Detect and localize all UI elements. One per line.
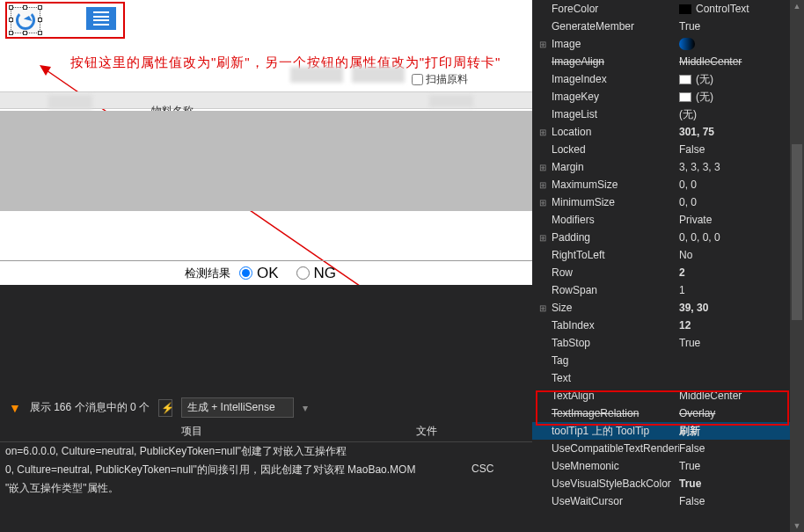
lightning-icon[interactable]: ⚡ [158, 399, 172, 417]
prop-value[interactable]: Private [679, 214, 804, 226]
property-row[interactable]: TabIndex12 [532, 317, 804, 334]
output-panel: ▼ 展示 166 个消息中的 0 个 ⚡ 生成 + IntelliSense ▾… [0, 285, 532, 532]
col-file[interactable]: 文件 [383, 424, 471, 439]
property-row[interactable]: Text [532, 369, 804, 387]
property-row[interactable]: ModifiersPrivate [532, 211, 804, 229]
property-row[interactable]: RowSpan1 [532, 281, 804, 299]
property-row[interactable]: ImageKey(无) [532, 88, 804, 106]
property-row[interactable]: ⊞Margin3, 3, 3, 3 [532, 158, 804, 176]
scroll-thumb[interactable] [792, 144, 802, 320]
prop-value[interactable]: False [679, 495, 804, 507]
col-project[interactable]: 项目 [0, 424, 383, 439]
message-filter: ▼ 展示 166 个消息中的 0 个 ⚡ 生成 + IntelliSense ▾ [9, 397, 528, 418]
property-row[interactable]: GenerateMemberTrue [532, 18, 804, 35]
expand-icon[interactable]: ⊞ [539, 303, 552, 313]
property-row[interactable]: ⊞Image [532, 35, 804, 53]
property-row[interactable]: toolTip1 上的 ToolTip刷新 [532, 422, 804, 440]
properties-list[interactable]: ForeColorControlTextGenerateMemberTrue⊞I… [532, 0, 804, 514]
prop-value[interactable]: True [679, 20, 804, 33]
property-row[interactable]: TextImageRelationOverlay [532, 404, 804, 422]
prop-value[interactable]: 0, 0, 0, 0 [679, 231, 804, 244]
prop-name: RowSpan [552, 284, 679, 296]
expand-icon[interactable]: ⊞ [539, 180, 552, 190]
prop-name: Modifiers [552, 214, 679, 226]
property-row[interactable]: ForeColorControlText [532, 0, 804, 18]
prop-value[interactable]: 39, 30 [679, 302, 804, 314]
prop-value[interactable]: (无) [679, 107, 804, 122]
prop-value[interactable]: ControlText [679, 3, 804, 15]
prop-value[interactable]: (无) [679, 90, 804, 105]
prop-value[interactable]: 1 [679, 284, 804, 296]
refresh-icon [16, 11, 35, 30]
table-row[interactable]: on=6.0.0.0, Culture=neutral, PublicKeyTo… [0, 442, 532, 461]
property-row[interactable]: VisibleTrue [532, 510, 804, 514]
output-table: 项目 文件 on=6.0.0.0, Culture=neutral, Publi… [0, 421, 532, 498]
property-row[interactable]: UseMnemonicTrue [532, 457, 804, 475]
prop-value[interactable]: True [679, 337, 804, 349]
designer-surface[interactable]: 按钮这里的属性值改为"刷新"，另一个按钮的属性值改为"打印周转卡" 扫描原料 物… [0, 0, 532, 532]
property-row[interactable]: ⊞MaximumSize0, 0 [532, 176, 804, 193]
prop-value[interactable]: MiddleCenter [679, 390, 804, 402]
prop-name: Image [552, 38, 679, 50]
prop-name: Text [552, 372, 679, 384]
expand-icon[interactable]: ⊞ [539, 163, 552, 172]
list-button[interactable] [86, 7, 116, 30]
prop-value[interactable]: True [679, 460, 804, 472]
property-row[interactable]: UseCompatibleTextRenderingFalse [532, 440, 804, 457]
property-row[interactable]: ImageList(无) [532, 106, 804, 123]
prop-name: Location [552, 126, 679, 138]
prop-value[interactable]: (无) [679, 72, 804, 87]
prop-name: UseWaitCursor [552, 495, 679, 507]
expand-icon[interactable]: ⊞ [539, 198, 552, 208]
prop-value[interactable]: 0, 0 [679, 196, 804, 208]
property-row[interactable]: ImageIndex(无) [532, 70, 804, 88]
refresh-button-selected[interactable] [11, 7, 40, 33]
prop-name: GenerateMember [552, 20, 679, 33]
property-row[interactable]: TabStopTrue [532, 334, 804, 352]
expand-icon[interactable]: ⊞ [539, 233, 552, 243]
property-row[interactable]: TextAlignMiddleCenter [532, 387, 804, 404]
prop-value[interactable]: MiddleCenter [679, 55, 804, 68]
radio-ok[interactable]: OK [239, 265, 279, 282]
prop-value[interactable]: 0, 0 [679, 179, 804, 191]
prop-value[interactable]: 3, 3, 3, 3 [679, 161, 804, 173]
property-row[interactable]: UseVisualStyleBackColorTrue [532, 475, 804, 492]
prop-value[interactable]: 刷新 [679, 424, 804, 439]
property-row[interactable]: LockedFalse [532, 141, 804, 158]
result-label: 检测结果 [185, 266, 230, 281]
prop-value[interactable]: 301, 75 [679, 126, 804, 138]
prop-value[interactable]: Overlay [679, 407, 804, 419]
prop-value[interactable]: False [679, 442, 804, 455]
scroll-down-icon[interactable]: ▼ [792, 520, 803, 532]
prop-name: ImageList [552, 108, 679, 120]
property-row[interactable]: Row2 [532, 264, 804, 281]
property-row[interactable]: RightToLeftNo [532, 246, 804, 264]
prop-value[interactable]: True [679, 477, 804, 490]
prop-value[interactable]: 12 [679, 319, 804, 332]
table-row[interactable]: 0, Culture=neutral, PublicKeyToken=null"… [0, 461, 532, 479]
property-row[interactable]: ImageAlignMiddleCenter [532, 53, 804, 70]
prop-name: TabStop [552, 337, 679, 349]
prop-value[interactable]: True [679, 513, 804, 514]
expand-icon[interactable]: ⊞ [539, 40, 552, 49]
property-row[interactable]: ⊞Padding0, 0, 0, 0 [532, 229, 804, 246]
scroll-up-icon[interactable]: ▲ [792, 0, 803, 12]
prop-name: UseCompatibleTextRendering [552, 442, 679, 455]
prop-value[interactable]: No [679, 249, 804, 261]
expand-icon[interactable]: ⊞ [539, 128, 552, 137]
table-row[interactable]: "嵌入互操作类型"属性。 [0, 479, 532, 498]
property-row[interactable]: UseWaitCursorFalse [532, 492, 804, 510]
prop-value[interactable]: 2 [679, 266, 804, 279]
prop-value[interactable]: False [679, 143, 804, 156]
radio-ng[interactable]: NG [296, 265, 337, 282]
prop-value[interactable] [679, 38, 804, 51]
build-dropdown[interactable]: 生成 + IntelliSense [181, 397, 294, 418]
button-area-highlight [5, 2, 125, 39]
property-row[interactable]: ⊞Location301, 75 [532, 123, 804, 141]
scan-checkbox[interactable]: 扫描原料 [412, 72, 468, 87]
property-row[interactable]: ⊞Size39, 30 [532, 299, 804, 317]
scrollbar[interactable]: ▲ ▼ [790, 0, 804, 532]
property-row[interactable]: ⊞MinimumSize0, 0 [532, 193, 804, 211]
property-row[interactable]: Tag [532, 352, 804, 369]
prop-name: TextAlign [552, 390, 679, 402]
